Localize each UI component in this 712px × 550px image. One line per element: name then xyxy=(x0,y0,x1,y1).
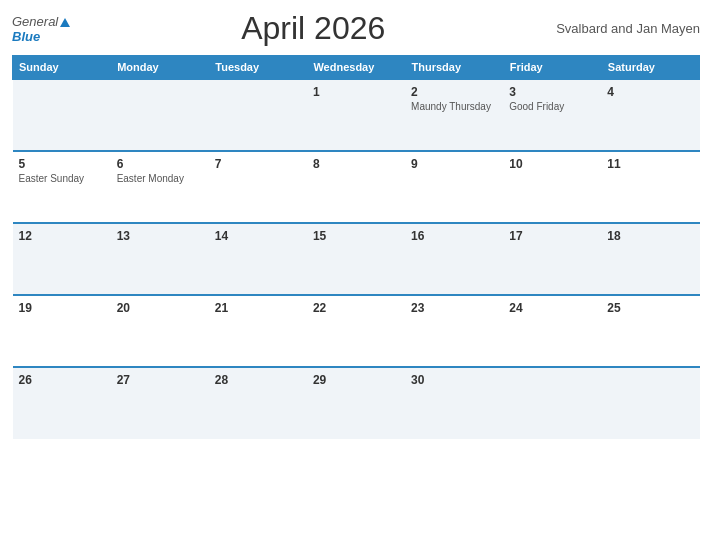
col-tuesday: Tuesday xyxy=(209,56,307,80)
day-number: 14 xyxy=(215,229,301,243)
calendar-week-row: 19202122232425 xyxy=(13,295,700,367)
day-number: 7 xyxy=(215,157,301,171)
day-number: 19 xyxy=(19,301,105,315)
header: General Blue April 2026 Svalbard and Jan… xyxy=(12,10,700,47)
calendar-day-cell: 14 xyxy=(209,223,307,295)
calendar-day-cell: 13 xyxy=(111,223,209,295)
calendar-day-cell xyxy=(111,79,209,151)
day-number: 16 xyxy=(411,229,497,243)
logo: General Blue xyxy=(12,14,70,44)
region-label: Svalbard and Jan Mayen xyxy=(556,21,700,36)
calendar-day-cell: 12 xyxy=(13,223,111,295)
day-number: 21 xyxy=(215,301,301,315)
day-number: 15 xyxy=(313,229,399,243)
calendar-week-row: 5Easter Sunday6Easter Monday7891011 xyxy=(13,151,700,223)
day-number: 11 xyxy=(607,157,693,171)
calendar-day-cell: 9 xyxy=(405,151,503,223)
weekday-header-row: Sunday Monday Tuesday Wednesday Thursday… xyxy=(13,56,700,80)
calendar-day-cell: 27 xyxy=(111,367,209,439)
day-number: 27 xyxy=(117,373,203,387)
calendar-day-cell: 30 xyxy=(405,367,503,439)
col-thursday: Thursday xyxy=(405,56,503,80)
day-number: 18 xyxy=(607,229,693,243)
logo-line1: General xyxy=(12,14,70,29)
calendar-day-cell xyxy=(601,367,699,439)
calendar-day-cell: 1 xyxy=(307,79,405,151)
calendar-day-cell: 18 xyxy=(601,223,699,295)
day-number: 20 xyxy=(117,301,203,315)
day-event: Easter Monday xyxy=(117,173,203,184)
calendar-day-cell: 3Good Friday xyxy=(503,79,601,151)
col-monday: Monday xyxy=(111,56,209,80)
calendar-day-cell: 25 xyxy=(601,295,699,367)
calendar-day-cell: 26 xyxy=(13,367,111,439)
calendar-day-cell: 16 xyxy=(405,223,503,295)
col-friday: Friday xyxy=(503,56,601,80)
calendar-day-cell: 10 xyxy=(503,151,601,223)
calendar-day-cell: 22 xyxy=(307,295,405,367)
day-number: 1 xyxy=(313,85,399,99)
calendar-body: 12Maundy Thursday3Good Friday45Easter Su… xyxy=(13,79,700,439)
day-number: 9 xyxy=(411,157,497,171)
col-saturday: Saturday xyxy=(601,56,699,80)
calendar-day-cell: 5Easter Sunday xyxy=(13,151,111,223)
day-number: 12 xyxy=(19,229,105,243)
calendar-day-cell: 28 xyxy=(209,367,307,439)
calendar-table: Sunday Monday Tuesday Wednesday Thursday… xyxy=(12,55,700,439)
calendar-week-row: 2627282930 xyxy=(13,367,700,439)
day-event: Maundy Thursday xyxy=(411,101,497,112)
calendar-day-cell: 17 xyxy=(503,223,601,295)
day-number: 17 xyxy=(509,229,595,243)
day-number: 26 xyxy=(19,373,105,387)
calendar-container: General Blue April 2026 Svalbard and Jan… xyxy=(0,0,712,550)
calendar-day-cell: 8 xyxy=(307,151,405,223)
calendar-day-cell xyxy=(13,79,111,151)
calendar-day-cell: 4 xyxy=(601,79,699,151)
day-number: 3 xyxy=(509,85,595,99)
day-number: 4 xyxy=(607,85,693,99)
day-number: 23 xyxy=(411,301,497,315)
day-number: 29 xyxy=(313,373,399,387)
calendar-day-cell: 20 xyxy=(111,295,209,367)
calendar-day-cell: 21 xyxy=(209,295,307,367)
day-number: 28 xyxy=(215,373,301,387)
calendar-header: Sunday Monday Tuesday Wednesday Thursday… xyxy=(13,56,700,80)
col-wednesday: Wednesday xyxy=(307,56,405,80)
day-number: 25 xyxy=(607,301,693,315)
col-sunday: Sunday xyxy=(13,56,111,80)
calendar-day-cell: 24 xyxy=(503,295,601,367)
logo-blue: Blue xyxy=(12,29,40,44)
calendar-day-cell: 11 xyxy=(601,151,699,223)
day-number: 22 xyxy=(313,301,399,315)
day-event: Easter Sunday xyxy=(19,173,105,184)
calendar-day-cell: 15 xyxy=(307,223,405,295)
calendar-day-cell: 19 xyxy=(13,295,111,367)
day-number: 24 xyxy=(509,301,595,315)
calendar-day-cell: 2Maundy Thursday xyxy=(405,79,503,151)
day-number: 2 xyxy=(411,85,497,99)
month-title: April 2026 xyxy=(241,10,385,47)
calendar-day-cell: 6Easter Monday xyxy=(111,151,209,223)
calendar-day-cell xyxy=(209,79,307,151)
day-number: 13 xyxy=(117,229,203,243)
day-number: 6 xyxy=(117,157,203,171)
calendar-day-cell: 23 xyxy=(405,295,503,367)
calendar-week-row: 12Maundy Thursday3Good Friday4 xyxy=(13,79,700,151)
calendar-day-cell: 29 xyxy=(307,367,405,439)
day-number: 30 xyxy=(411,373,497,387)
day-number: 5 xyxy=(19,157,105,171)
day-number: 10 xyxy=(509,157,595,171)
calendar-week-row: 12131415161718 xyxy=(13,223,700,295)
calendar-day-cell xyxy=(503,367,601,439)
day-number: 8 xyxy=(313,157,399,171)
day-event: Good Friday xyxy=(509,101,595,112)
calendar-day-cell: 7 xyxy=(209,151,307,223)
